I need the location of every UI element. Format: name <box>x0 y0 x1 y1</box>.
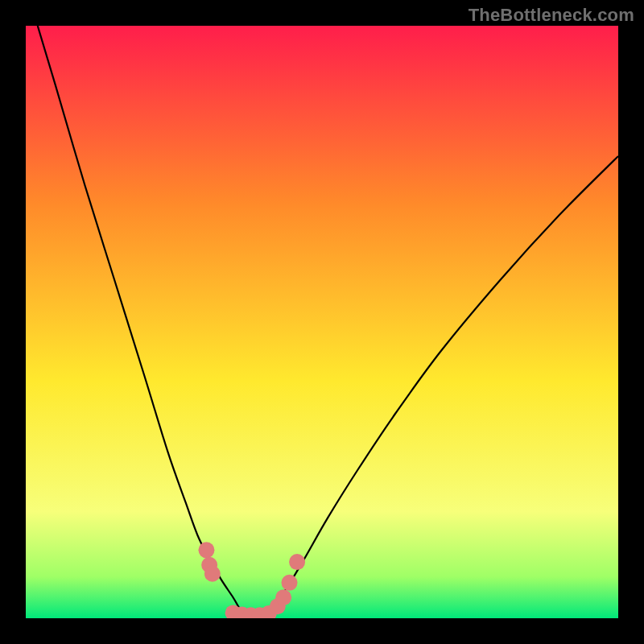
watermark-text: TheBottleneck.com <box>469 5 634 26</box>
chart-frame <box>26 26 618 618</box>
chart-svg <box>26 26 618 618</box>
marker-dot <box>204 566 221 582</box>
marker-dot <box>289 554 305 570</box>
marker-dot <box>275 589 291 605</box>
marker-dot <box>198 542 214 558</box>
marker-dot <box>282 575 298 591</box>
